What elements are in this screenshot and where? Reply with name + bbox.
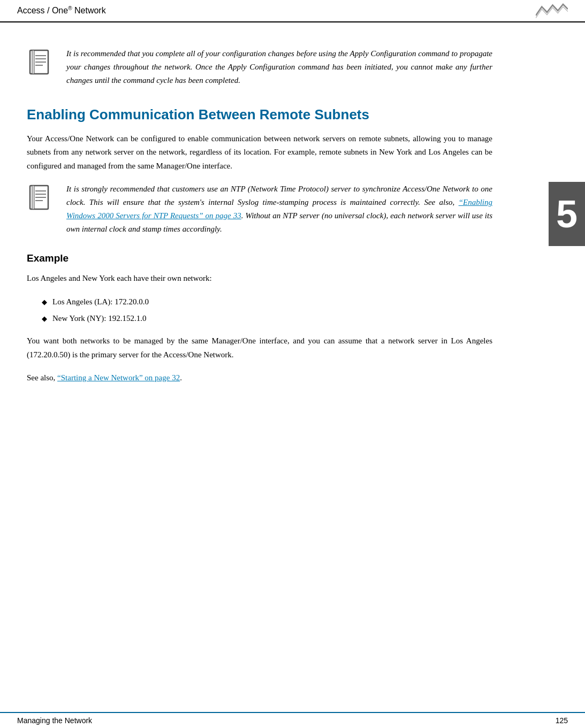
footer-left-text: Managing the Network — [17, 716, 92, 725]
book-icon-1 — [27, 48, 55, 76]
bullet-diamond-1: ◆ — [42, 296, 47, 308]
list-item: ◆ New York (NY): 192.152.1.0 — [42, 312, 492, 325]
bullet-text-2: New York (NY): 192.152.1.0 — [52, 312, 146, 325]
page-content: It is recommended that you complete all … — [0, 22, 535, 438]
list-item: ◆ Los Angeles (LA): 172.20.0.0 — [42, 295, 492, 309]
note-box-2: It is strongly recommended that customer… — [27, 182, 492, 235]
see-also: See also, “Starting a New Network” on pa… — [27, 371, 492, 385]
brand-text: Access / One — [17, 6, 68, 16]
see-also-suffix: . — [180, 373, 182, 382]
chapter-number: 5 — [556, 195, 578, 233]
note-box-1: It is recommended that you complete all … — [27, 47, 492, 87]
bullet-diamond-2: ◆ — [42, 313, 47, 324]
note-text-1: It is recommended that you complete all … — [66, 47, 492, 87]
see-also-prefix: See also, — [27, 373, 57, 382]
network-text: Network — [74, 6, 106, 16]
note-text-2: It is strongly recommended that customer… — [66, 182, 492, 235]
header-title: Access / One® Network — [17, 5, 106, 16]
bullet-text-1: Los Angeles (LA): 172.20.0.0 — [52, 295, 149, 309]
section1-body: Your Access/One Network can be configure… — [27, 132, 492, 173]
note2-part1: It is strongly recommended that customer… — [66, 185, 492, 206]
svg-rect-1 — [32, 50, 34, 74]
see-also-link[interactable]: “Starting a New Network” on page 32 — [57, 373, 180, 382]
example-body1: You want both networks to be managed by … — [27, 334, 492, 362]
footer-right-text: 125 — [556, 716, 568, 725]
svg-rect-7 — [32, 186, 34, 209]
bullet-list: ◆ Los Angeles (LA): 172.20.0.0 ◆ New Yor… — [42, 295, 492, 325]
page-header: Access / One® Network — [0, 0, 585, 22]
header-logo — [536, 3, 568, 18]
section-heading-1: Enabling Communication Between Remote Su… — [27, 106, 492, 124]
book-icon-2 — [27, 183, 55, 211]
page-footer: Managing the Network 125 — [0, 712, 585, 728]
chapter-tab: 5 — [549, 182, 585, 246]
example-heading: Example — [27, 252, 492, 264]
example-intro: Los Angeles and New York each have their… — [27, 272, 492, 286]
registered-mark: ® — [68, 5, 72, 11]
